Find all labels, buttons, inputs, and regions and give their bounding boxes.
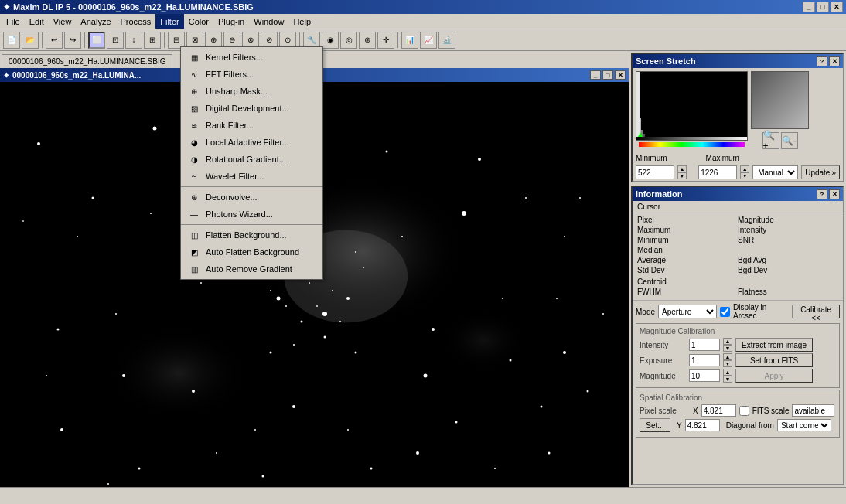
filter-deconvolve[interactable]: ⊛ Deconvolve... [181, 189, 322, 206]
file-tab-0[interactable]: 00000106_960s_m22_Ha.LUMINANCE.SBIG [2, 54, 172, 68]
exposure-spin-down[interactable]: ▼ [723, 360, 732, 367]
svg-rect-74 [636, 137, 748, 141]
start-corner-dropdown[interactable]: Start corner [777, 419, 831, 431]
tool17[interactable]: 📊 [401, 32, 418, 49]
information-panel: Information ? ✕ Cursor Pixel Magnitude M… [631, 186, 844, 485]
new-btn[interactable]: 📄 [3, 32, 20, 49]
filter-fft[interactable]: ∿ FFT Filters... [181, 66, 322, 83]
pixel-scale-x-input[interactable] [701, 404, 736, 417]
close-btn[interactable]: ✕ [831, 2, 843, 12]
filter-wavelet[interactable]: ～ Wavelet Filter... [181, 168, 322, 185]
tool18[interactable]: 📈 [420, 32, 437, 49]
filter-local-adaptive[interactable]: ◕ Local Adaptive Filter... [181, 134, 322, 151]
menu-plugin[interactable]: Plug-in [213, 14, 249, 29]
tool19[interactable]: 🔬 [438, 32, 455, 49]
display-arcsec-checkbox[interactable] [720, 307, 730, 317]
info-help-btn[interactable]: ? [817, 189, 827, 199]
tool4[interactable]: ⊞ [144, 32, 161, 49]
magnitude-spin-down[interactable]: ▼ [723, 376, 732, 383]
tool14[interactable]: ◎ [340, 32, 357, 49]
extract-from-image-btn[interactable]: Extract from image [735, 338, 813, 352]
min-spin-down[interactable]: ▼ [677, 172, 687, 179]
intensity-spin-up[interactable]: ▲ [723, 338, 732, 345]
magnitude-spin-up[interactable]: ▲ [723, 369, 732, 376]
zoom-in-btn[interactable]: 🔍+ [762, 132, 779, 149]
magnitude-calibration-section: Magnitude Calibration Intensity ▲ ▼ Extr… [636, 323, 840, 388]
info-snr: SNR [738, 235, 838, 245]
magnitude-label: Magnitude [640, 372, 686, 380]
svg-point-17 [502, 298, 503, 299]
min-spin-up[interactable]: ▲ [677, 165, 687, 172]
filter-digital-dev[interactable]: ▧ Digital Development... [181, 100, 322, 117]
filter-photons[interactable]: — Photons Wizard... [181, 206, 322, 223]
svg-point-43 [416, 451, 419, 455]
fits-scale-checkbox[interactable] [739, 406, 749, 416]
deconvolve-icon: ⊛ [187, 191, 201, 203]
filter-flatten-bg[interactable]: ◫ Flatten Background... [181, 226, 322, 243]
pixel-scale-y-input[interactable] [685, 419, 720, 431]
filter-auto-flatten[interactable]: ◩ Auto Flatten Background [181, 243, 322, 261]
redo-btn[interactable]: ↪ [64, 32, 81, 49]
minimize-btn[interactable]: _ [803, 2, 815, 12]
exposure-input[interactable] [689, 354, 720, 366]
filter-rotational[interactable]: ◑ Rotational Gradient... [181, 151, 322, 168]
menu-file[interactable]: File [2, 14, 25, 29]
tool3[interactable]: ↕ [125, 32, 142, 49]
menu-window[interactable]: Window [249, 14, 288, 29]
screen-stretch-help-btn[interactable]: ? [817, 56, 827, 66]
magnitude-input[interactable] [689, 369, 720, 382]
menu-process[interactable]: Process [116, 14, 156, 29]
tool16[interactable]: ✛ [377, 32, 394, 49]
spatial-set-btn[interactable]: Set... [640, 418, 670, 432]
zoom-out-btn[interactable]: 🔍- [781, 132, 798, 149]
info-pixel: Pixel [637, 215, 738, 225]
svg-point-63 [525, 197, 527, 199]
undo-btn[interactable]: ↩ [46, 32, 63, 49]
image-window-title: 00000106_960s_m22_Ha.LUMINA... [12, 71, 141, 80]
tool13[interactable]: ◉ [322, 32, 339, 49]
open-btn[interactable]: 📂 [22, 32, 39, 49]
image-close-btn[interactable]: ✕ [615, 70, 626, 80]
rotational-icon: ◑ [187, 153, 201, 165]
set-from-fits-btn[interactable]: Set from FITS [735, 353, 813, 367]
maximize-btn[interactable]: □ [817, 2, 829, 12]
intensity-spin-down[interactable]: ▼ [723, 345, 732, 352]
svg-point-31 [200, 282, 202, 284]
filter-rank[interactable]: ≋ Rank Filter... [181, 117, 322, 134]
image-maximize-btn[interactable]: □ [602, 70, 613, 80]
apply-btn[interactable]: Apply [735, 369, 813, 383]
display-arcsec-label: Display in Arcsec [733, 303, 789, 320]
tool1[interactable]: ⬜ [88, 32, 105, 49]
svg-point-13 [192, 390, 195, 393]
calibrate-btn[interactable]: Calibrate << [792, 305, 840, 318]
titlebar-controls: _ □ ✕ [803, 2, 843, 12]
exposure-spin-up[interactable]: ▲ [723, 353, 732, 360]
histogram-svg [636, 72, 748, 141]
spatial-calibration-section: Spatial Calibration Pixel scale X FITS s… [636, 390, 840, 438]
image-minimize-btn[interactable]: _ [590, 70, 601, 80]
intensity-input[interactable] [689, 339, 720, 351]
filter-auto-gradient[interactable]: ▥ Auto Remove Gradient [181, 261, 322, 278]
menu-help[interactable]: Help [288, 14, 316, 29]
menu-analyze[interactable]: Analyze [76, 14, 115, 29]
max-spin-up[interactable]: ▲ [740, 165, 749, 172]
tool2[interactable]: ⊡ [107, 32, 124, 49]
filter-kernel[interactable]: ▦ Kernel Filters... [181, 49, 322, 66]
svg-point-49 [285, 305, 287, 307]
filter-unsharp[interactable]: ⊕ Unsharp Mask... [181, 83, 322, 100]
mode-dropdown[interactable]: Manual Auto Linear [752, 165, 798, 179]
tool15[interactable]: ⊛ [359, 32, 376, 49]
menu-color[interactable]: Color [184, 14, 213, 29]
menu-view[interactable]: View [49, 14, 77, 29]
max-spin-down[interactable]: ▼ [740, 172, 749, 179]
max-value-input[interactable] [698, 165, 737, 179]
info-centroid: Centroid [637, 277, 738, 287]
menu-filter[interactable]: Filter [155, 14, 183, 29]
aperture-mode-dropdown[interactable]: Aperture PSF [658, 305, 717, 318]
min-value-input[interactable] [636, 165, 674, 179]
info-close-btn[interactable]: ✕ [829, 189, 840, 199]
menu-edit[interactable]: Edit [25, 14, 49, 29]
screen-stretch-close-btn[interactable]: ✕ [829, 56, 840, 66]
update-btn[interactable]: Update » [801, 165, 840, 179]
zoom-controls: 🔍+ 🔍- [762, 132, 798, 149]
